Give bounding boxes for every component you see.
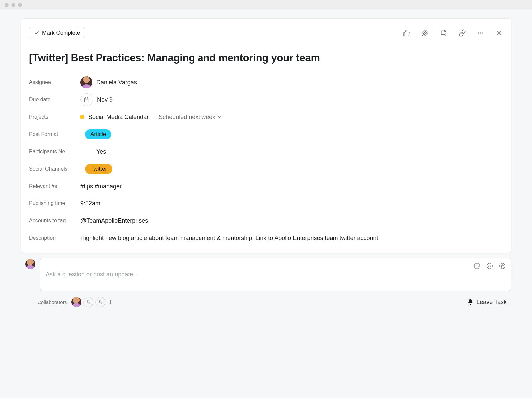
hashtags-value[interactable]: #tips #manager [80, 183, 122, 190]
due-date-text: Nov 9 [97, 96, 113, 103]
card-header: Mark Complete [29, 27, 503, 39]
bell-icon [467, 299, 474, 305]
accounts-to-tag-text: @TeamApolloEnterprises [80, 217, 148, 224]
publishing-time-value[interactable]: 9:52am [80, 200, 100, 207]
svg-point-4 [482, 32, 484, 34]
post-format-value[interactable]: Article [80, 129, 111, 139]
svg-point-17 [88, 300, 89, 302]
social-channels-value[interactable]: Twitter [80, 164, 112, 174]
project-section-dropdown[interactable]: Scheduled next week [159, 114, 222, 121]
due-date-row: Due date Nov 9 [29, 91, 503, 108]
header-actions [403, 29, 503, 37]
comment-input[interactable] [46, 263, 474, 286]
composer-area: Collaborators Leave Task [0, 253, 532, 307]
link-icon[interactable] [459, 29, 466, 37]
svg-point-2 [478, 32, 479, 34]
svg-point-12 [487, 263, 493, 269]
task-title[interactable]: [Twitter] Best Practices: Managing and m… [29, 52, 503, 64]
project-section-label: Scheduled next week [159, 114, 215, 121]
hashtags-row: Relevant #s #tips #manager [29, 178, 503, 195]
svg-point-1 [444, 34, 446, 35]
more-icon[interactable] [477, 29, 484, 37]
social-channel-pill: Twitter [85, 164, 112, 174]
assignee-row: Assignee Daniela Vargas [29, 74, 503, 91]
participants-row: Participants Ne… Yes [29, 143, 503, 160]
chevron-down-icon [217, 115, 222, 119]
assignee-name: Daniela Vargas [96, 79, 137, 86]
composer-icons [474, 263, 506, 286]
emoji-icon[interactable] [486, 263, 493, 269]
svg-marker-16 [501, 265, 504, 267]
calendar-icon [80, 93, 93, 106]
due-date-label: Due date [29, 97, 80, 103]
post-format-row: Post Format Article [29, 126, 503, 143]
assignee-avatar [80, 76, 92, 88]
traffic-min-icon [11, 3, 15, 7]
star-icon[interactable] [499, 263, 506, 269]
svg-point-3 [480, 32, 481, 34]
projects-row: Projects Social Media Calendar Scheduled… [29, 108, 503, 126]
accounts-to-tag-value[interactable]: @TeamApolloEnterprises [80, 217, 148, 224]
publishing-time-text: 9:52am [80, 200, 100, 207]
subtask-icon[interactable] [440, 29, 447, 37]
leave-task-label: Leave Task [476, 299, 507, 306]
current-user-avatar [25, 259, 35, 269]
description-text: Highlight new blog article about team ma… [80, 234, 380, 243]
svg-point-15 [500, 263, 505, 269]
projects-label: Projects [29, 114, 80, 120]
post-format-label: Post Format [29, 131, 80, 137]
project-name[interactable]: Social Media Calendar [88, 114, 149, 121]
participants-label: Participants Ne… [29, 149, 80, 155]
due-date-value[interactable]: Nov 9 [80, 93, 113, 106]
description-label: Description [29, 235, 80, 241]
social-channels-row: Social Channels Twitter [29, 160, 503, 178]
paperclip-icon[interactable] [421, 29, 429, 37]
project-color-dot [80, 115, 84, 119]
assignee-label: Assignee [29, 79, 80, 85]
leave-task-button[interactable]: Leave Task [467, 299, 507, 306]
task-detail-card: Mark Complete [21, 18, 511, 253]
svg-point-11 [476, 265, 478, 267]
post-format-pill: Article [85, 129, 111, 139]
mark-complete-button[interactable]: Mark Complete [29, 27, 85, 39]
at-mention-icon[interactable] [474, 263, 480, 269]
accounts-to-tag-label: Accounts to tag [29, 218, 80, 224]
participants-text: Yes [96, 148, 106, 155]
description-row: Description Highlight new blog article a… [29, 229, 503, 247]
traffic-max-icon [18, 3, 22, 7]
window-chrome [0, 0, 532, 10]
hashtags-text: #tips #manager [80, 183, 122, 190]
svg-rect-7 [84, 98, 89, 102]
svg-point-18 [100, 300, 101, 302]
collaborators-section: Collaborators [37, 297, 114, 307]
projects-value: Social Media Calendar Scheduled next wee… [80, 114, 222, 121]
add-collaborator-slot[interactable] [83, 297, 93, 307]
add-collaborator-slot[interactable] [95, 297, 105, 307]
svg-point-0 [444, 30, 446, 32]
accounts-to-tag-row: Accounts to tag @TeamApolloEnterprises [29, 212, 503, 229]
comment-composer[interactable] [40, 258, 511, 291]
collaborator-avatar[interactable] [71, 297, 81, 307]
social-channels-label: Social Channels [29, 166, 80, 172]
collaborators-label: Collaborators [37, 299, 67, 305]
mark-complete-label: Mark Complete [42, 30, 80, 36]
publishing-time-label: Publishing time [29, 200, 80, 206]
hashtags-label: Relevant #s [29, 183, 80, 189]
collaborator-avatars [71, 297, 114, 307]
thumbs-up-icon[interactable] [403, 29, 410, 37]
close-icon[interactable] [496, 29, 503, 37]
assignee-value[interactable]: Daniela Vargas [80, 76, 137, 88]
participants-value[interactable]: Yes [80, 148, 106, 155]
publishing-time-row: Publishing time 9:52am [29, 195, 503, 212]
add-collaborator-button[interactable] [107, 299, 114, 305]
footer-row: Collaborators Leave Task [21, 291, 511, 307]
check-icon [34, 30, 39, 36]
description-value[interactable]: Highlight new blog article about team ma… [80, 234, 380, 243]
traffic-close-icon [5, 3, 9, 7]
